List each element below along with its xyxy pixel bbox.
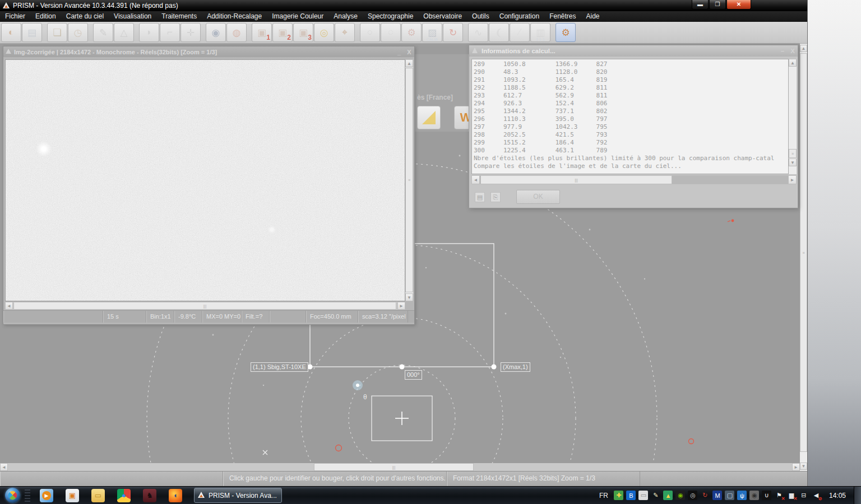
image-hscrollbar[interactable]: ◄ ||| ► [5, 302, 405, 310]
star-measurements-text[interactable]: 289 1050.8 1366.9 827 290 48.3 1128.0 82… [471, 59, 789, 174]
ok-button[interactable]: OK [516, 190, 560, 204]
menu-aide[interactable]: Aide [581, 11, 605, 22]
focuser-button[interactable]: ⌖ [335, 23, 355, 42]
slash-button[interactable]: ∕ [510, 23, 530, 42]
mdi-hscrollbar[interactable]: ◄ ||| ► [0, 463, 800, 471]
info-minimize-button[interactable]: – [777, 48, 788, 54]
open-image-button[interactable]: ◐ [1, 23, 21, 42]
graphics-app-icon[interactable]: ♞ [143, 489, 156, 502]
crescent-tool-button[interactable]: ◗ [139, 23, 159, 42]
camera-1-button[interactable]: ▣1 [252, 23, 272, 42]
rotate-red-button[interactable]: ↻ [443, 23, 463, 42]
mdi-vscrollbar[interactable]: ▲ ≡ ▼ [800, 44, 807, 471]
pen-tablet-icon[interactable]: ✎ [651, 491, 660, 500]
wrench-button[interactable]: ⚙ [401, 23, 422, 42]
starfield-image[interactable] [5, 59, 405, 301]
globe-warning-icon[interactable]: ▲ [663, 491, 673, 500]
close-button[interactable]: ✕ [726, 0, 751, 10]
plus-tool-button[interactable]: ✛ [180, 23, 201, 42]
image-hscroll-thumb[interactable]: ||| [13, 302, 396, 310]
scroll-up-icon[interactable]: ▲ [405, 59, 413, 67]
measure-tool-button[interactable]: ⌐ [160, 23, 180, 42]
scroll-down-icon[interactable]: ▼ [405, 293, 413, 301]
menu-analyse[interactable]: Analyse [328, 11, 363, 22]
scroll-up-icon[interactable]: ▲ [789, 59, 797, 67]
explorer-icon[interactable]: ▭ [91, 489, 105, 502]
scroll-down-icon[interactable]: ▼ [800, 463, 807, 470]
mdi-hscroll-thumb[interactable]: ||| [314, 463, 474, 471]
info-vscrollbar[interactable]: ▲ ≡ ▼ [789, 59, 797, 174]
info-hscrollbar[interactable]: ◄ ||| ► [471, 175, 797, 184]
sync-icon[interactable]: ↻ [700, 491, 710, 500]
info-clock-button[interactable]: ◷ [68, 23, 88, 42]
firefox-icon[interactable]: ◖ [169, 489, 182, 502]
restore-button[interactable]: ❐ [709, 0, 726, 10]
hand-button[interactable]: ❨ [489, 23, 509, 42]
image-vscroll-thumb[interactable]: ≡ [405, 68, 413, 292]
scroll-left-icon[interactable]: ◄ [0, 463, 8, 471]
media-player-icon[interactable]: ▶ [40, 489, 53, 502]
taskbar-prism-button[interactable]: PRISM - Version Ava... [194, 488, 282, 503]
system-health-icon[interactable]: ✚ [614, 491, 623, 500]
wireless-icon[interactable]: ψ [737, 491, 747, 500]
save-button[interactable]: ▤ [22, 23, 42, 42]
hand-disk-button[interactable]: ◍ [226, 23, 247, 42]
copy-clipboard-button[interactable]: ⎘ [490, 192, 501, 202]
camera-2-button[interactable]: ▣2 [272, 23, 293, 42]
menu-outils[interactable]: Outils [467, 11, 494, 22]
menu-configuration[interactable]: Configuration [494, 11, 544, 22]
messenger-icon[interactable]: M [712, 491, 722, 500]
save-report-button[interactable]: ▤ [475, 192, 485, 202]
mdi-vscroll-thumb[interactable]: ≡ [800, 53, 807, 452]
menu-imagerie-couleur[interactable]: Imagerie Couleur [267, 11, 328, 22]
info-window-titlebar[interactable]: Informations de calcul... – X [469, 45, 798, 57]
volume-muted-icon[interactable]: ◀⊘ [811, 491, 821, 500]
camera-icon[interactable]: ◉ [749, 491, 759, 500]
coffee-icon[interactable]: ∪ [762, 491, 771, 500]
curve-button[interactable]: ∿ [468, 23, 488, 42]
motor-yellow-button[interactable]: ◎ [314, 23, 334, 42]
draw-tool-button[interactable]: ✎ [93, 23, 113, 42]
plug-icon[interactable]: ⊟ [799, 491, 808, 500]
info-hscroll-thumb[interactable]: ||| [480, 175, 672, 184]
scroll-right-icon[interactable]: ► [788, 175, 797, 184]
copy-images-button[interactable]: ❏ [47, 23, 67, 42]
magnifier-image-button[interactable]: ◉ [206, 23, 226, 42]
align-tool-button[interactable]: △ [114, 23, 134, 42]
camera-3-button[interactable]: ▣3 [293, 23, 313, 42]
network-error-icon[interactable]: ▆✕ [786, 491, 796, 500]
scroll-right-icon[interactable]: ► [397, 302, 405, 310]
menu-observatoire[interactable]: Observatoire [418, 11, 467, 22]
scroll-up-icon[interactable]: ▲ [800, 45, 807, 52]
menu-carte-du-ciel[interactable]: Carte du ciel [61, 11, 109, 22]
display-settings-icon[interactable]: ▢ [725, 491, 734, 500]
taskbar-grip[interactable] [25, 489, 30, 502]
info-close-button[interactable]: X [788, 48, 798, 54]
language-indicator[interactable]: FR [599, 492, 608, 500]
show-desktop-button[interactable] [854, 487, 861, 504]
histogram-button[interactable]: ▥1 1 1 [530, 23, 550, 42]
image-window-titlebar[interactable]: Img-2corrigée | 2184x1472 - Monochrome -… [3, 46, 414, 57]
menu-spectrographie[interactable]: Spectrographie [363, 11, 418, 22]
scroll-left-icon[interactable]: ◄ [471, 175, 480, 184]
start-button[interactable] [5, 488, 20, 503]
nvidia-icon[interactable]: ◉ [675, 491, 685, 500]
gear-robot-button[interactable]: ⚙ [556, 23, 576, 42]
info-vscroll-thumb[interactable]: ≡ [789, 149, 797, 158]
photo-viewer-icon[interactable]: ▣ [66, 489, 79, 502]
dotted-globe-button[interactable]: ◌ [381, 23, 401, 42]
taskbar-clock[interactable]: 14:05 [829, 492, 846, 500]
minimize-button[interactable]: ▬ [692, 0, 709, 10]
menu-addition-recalage[interactable]: Addition-Recalage [202, 11, 267, 22]
scroll-left-icon[interactable]: ◄ [5, 302, 13, 310]
image-close-button[interactable]: X [404, 49, 414, 55]
bluetooth-icon[interactable]: B [626, 491, 636, 500]
drop-button[interactable]: ○ [360, 23, 380, 42]
menu-fenetres[interactable]: Fenêtres [544, 11, 581, 22]
scroll-down-icon[interactable]: ▼ [789, 158, 797, 166]
title-bar[interactable]: PRISM - Version Avancée 10.3.44.391 (Ne … [0, 0, 807, 11]
menu-edition[interactable]: Edition [30, 11, 61, 22]
scroll-right-icon[interactable]: ► [792, 463, 800, 471]
calib-button[interactable]: ▨CALIB [422, 23, 442, 42]
flag-error-icon[interactable]: ⚑✕ [774, 491, 784, 500]
